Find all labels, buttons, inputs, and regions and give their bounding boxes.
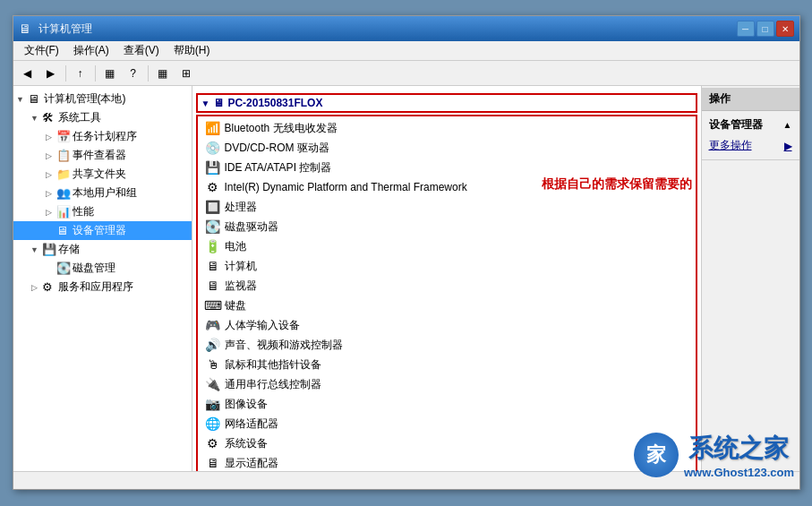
network-label: 网络适配器 xyxy=(225,416,278,432)
close-button[interactable]: ✕ xyxy=(776,21,794,37)
computer-dev-icon: 🖥 xyxy=(205,258,221,274)
computer-header-inner: ▼ 🖥 PC-20150831FLOX xyxy=(201,97,323,109)
tree-root[interactable]: ▼ 🖥 计算机管理(本地) xyxy=(13,90,192,108)
device-manager-icon: 🖥 xyxy=(56,224,71,238)
toolbar-sep-3 xyxy=(148,65,149,81)
more-actions-item[interactable]: 更多操作 ▶ xyxy=(702,135,799,156)
performance-icon: 📊 xyxy=(56,205,71,219)
task-scheduler-label: 任务计划程序 xyxy=(73,129,137,144)
device-sound[interactable]: 🔊 声音、视频和游戏控制器 xyxy=(198,335,696,355)
computer-dev-label: 计算机 xyxy=(225,259,257,274)
disk-mgmt-label: 磁盘管理 xyxy=(73,261,115,276)
device-battery[interactable]: 🔋 电池 xyxy=(198,236,696,256)
help-button[interactable]: ? xyxy=(123,64,144,83)
tree-task-scheduler[interactable]: ▷ 📅 任务计划程序 xyxy=(13,127,192,146)
action-section-title: 设备管理器 ▲ xyxy=(702,115,799,135)
view-button[interactable]: ▦ xyxy=(152,64,174,83)
performance-expand: ▷ xyxy=(42,205,56,219)
intel-label: Intel(R) Dynamic Platform and Thermal Fr… xyxy=(225,181,467,193)
task-scheduler-icon: 📅 xyxy=(56,130,71,144)
usb-label: 通用串行总线控制器 xyxy=(225,377,321,392)
shared-folders-label: 共享文件夹 xyxy=(73,167,126,182)
keyboard-icon: ⌨ xyxy=(205,297,221,313)
root-expand-icon: ▼ xyxy=(13,92,28,107)
device-dvd[interactable]: 💿 DVD/CD-ROM 驱动器 xyxy=(198,138,696,158)
device-imaging[interactable]: 📷 图像设备 xyxy=(198,394,696,414)
device-processor[interactable]: 🔲 处理器 xyxy=(198,197,696,217)
computer-name: PC-20150831FLOX xyxy=(227,97,322,109)
left-panel: ▼ 🖥 计算机管理(本地) ▼ 🛠 系统工具 ▷ 📅 任务计划程序 ▷ 📋 事件… xyxy=(13,86,192,471)
extra-button[interactable]: ⊞ xyxy=(175,64,197,83)
performance-label: 性能 xyxy=(73,204,94,219)
device-monitor[interactable]: 🖥 监视器 xyxy=(198,276,696,296)
window-title: 计算机管理 xyxy=(38,21,92,37)
device-network[interactable]: 🌐 网络适配器 xyxy=(198,414,696,433)
device-list: ▼ 🖥 PC-20150831FLOX 📶 Bluetooth 无线电收发器 💿… xyxy=(192,90,701,471)
device-computer[interactable]: 🖥 计算机 xyxy=(198,256,696,276)
collapse-icon: ▼ xyxy=(201,99,210,108)
disk-drive-label: 磁盘驱动器 xyxy=(225,219,278,235)
device-keyboard[interactable]: ⌨ 键盘 xyxy=(198,296,696,315)
device-bluetooth[interactable]: 📶 Bluetooth 无线电收发器 xyxy=(198,118,696,138)
device-tree: 📶 Bluetooth 无线电收发器 💿 DVD/CD-ROM 驱动器 💾 ID… xyxy=(196,115,697,471)
tree-storage[interactable]: ▼ 💾 存储 xyxy=(13,240,192,259)
hid-icon: 🎮 xyxy=(205,317,221,333)
display-icon: 🖥 xyxy=(205,455,221,471)
usb-icon: 🔌 xyxy=(205,376,221,392)
services-expand: ▷ xyxy=(28,280,42,295)
up-button[interactable]: ↑ xyxy=(70,64,91,83)
intel-icon: ⚙ xyxy=(205,179,221,195)
device-ide[interactable]: 💾 IDE ATA/ATAPI 控制器 xyxy=(198,158,696,177)
annotation-text: 根据自己的需求保留需要的 xyxy=(542,176,692,193)
right-panel: 操作 设备管理器 ▲ 更多操作 ▶ xyxy=(701,86,799,471)
dvd-label: DVD/CD-ROM 驱动器 xyxy=(225,141,329,156)
forward-button[interactable]: ▶ xyxy=(40,64,62,83)
tree-local-users[interactable]: ▷ 👥 本地用户和组 xyxy=(13,184,192,202)
maximize-button[interactable]: □ xyxy=(756,21,774,37)
storage-expand: ▼ xyxy=(28,243,42,257)
back-button[interactable]: ◀ xyxy=(17,64,38,83)
device-display[interactable]: 🖥 显示适配器 xyxy=(198,453,696,471)
computer-icon: 🖥 xyxy=(213,97,224,109)
bluetooth-icon: 📶 xyxy=(205,120,221,136)
device-hid[interactable]: 🎮 人体学输入设备 xyxy=(198,315,696,335)
tree-performance[interactable]: ▷ 📊 性能 xyxy=(13,202,192,221)
event-viewer-icon: 📋 xyxy=(56,149,71,163)
menu-action[interactable]: 操作(A) xyxy=(66,41,116,60)
watermark-logo-circle: 家 xyxy=(634,433,679,477)
battery-icon: 🔋 xyxy=(205,238,221,254)
device-disk-drive[interactable]: 💽 磁盘驱动器 xyxy=(198,217,696,236)
tree-system-tools[interactable]: ▼ 🛠 系统工具 xyxy=(13,108,192,127)
device-manager-expand xyxy=(42,224,56,238)
system-tools-expand: ▼ xyxy=(28,111,42,125)
bluetooth-label: Bluetooth 无线电收发器 xyxy=(225,121,338,136)
monitor-icon: 🖥 xyxy=(205,278,221,294)
device-mouse[interactable]: 🖱 鼠标和其他指针设备 xyxy=(198,355,696,374)
system-tools-label: 系统工具 xyxy=(58,110,101,125)
imaging-label: 图像设备 xyxy=(225,397,268,412)
menu-view[interactable]: 查看(V) xyxy=(116,41,167,60)
minimize-button[interactable]: ─ xyxy=(737,21,755,37)
services-label: 服务和应用程序 xyxy=(58,279,133,295)
show-hide-button[interactable]: ▦ xyxy=(99,64,121,83)
display-label: 显示适配器 xyxy=(225,456,278,471)
mouse-label: 鼠标和其他指针设备 xyxy=(225,357,321,373)
device-system[interactable]: ⚙ 系统设备 xyxy=(198,433,696,453)
menu-file[interactable]: 文件(F) xyxy=(17,41,66,60)
ide-icon: 💾 xyxy=(205,159,221,176)
toolbar: ◀ ▶ ↑ ▦ ? ▦ ⊞ xyxy=(13,61,799,86)
tree-event-viewer[interactable]: ▷ 📋 事件查看器 xyxy=(13,146,192,165)
battery-label: 电池 xyxy=(225,239,246,254)
computer-header[interactable]: ▼ 🖥 PC-20150831FLOX xyxy=(196,93,697,113)
event-viewer-expand: ▷ xyxy=(42,149,56,163)
tree-disk-management[interactable]: 💽 磁盘管理 xyxy=(13,259,192,278)
window-icon: 🖥 xyxy=(19,21,33,36)
toolbar-sep-1 xyxy=(65,65,66,81)
tree-services[interactable]: ▷ ⚙ 服务和应用程序 xyxy=(13,278,192,296)
device-usb[interactable]: 🔌 通用串行总线控制器 xyxy=(198,374,696,394)
tree-shared-folders[interactable]: ▷ 📁 共享文件夹 xyxy=(13,165,192,184)
system-tools-icon: 🛠 xyxy=(42,111,56,125)
task-scheduler-expand: ▷ xyxy=(42,130,56,144)
menu-help[interactable]: 帮助(H) xyxy=(167,41,218,60)
tree-device-manager[interactable]: 🖥 设备管理器 xyxy=(13,221,192,240)
